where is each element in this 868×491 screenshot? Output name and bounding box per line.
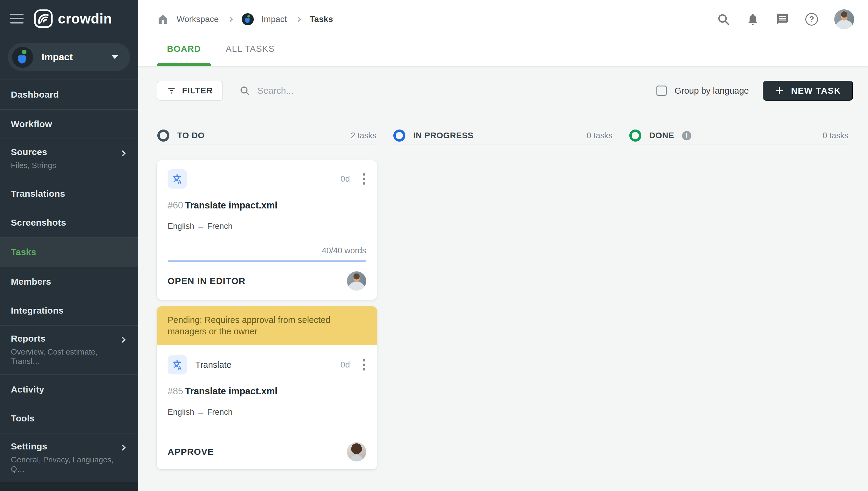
task-id: #85 [168, 386, 183, 397]
kebab-menu-icon[interactable] [362, 172, 366, 186]
search-icon [239, 85, 250, 96]
topbar: Workspace Impact Tasks [138, 0, 868, 66]
crowdin-wordmark: crowdin [58, 10, 112, 27]
group-by-language-checkbox[interactable] [656, 86, 667, 96]
sidebar-item-dashboard[interactable]: Dashboard [0, 80, 138, 109]
sidebar-item-reports-subtitle: Overview, Cost estimate, Transl… [11, 347, 127, 366]
arrow-right-icon: → [194, 222, 207, 231]
tab-board[interactable]: BOARD [157, 38, 211, 66]
svg-text:A: A [177, 365, 181, 371]
sidebar-nav: Dashboard Workflow Sources Files, String… [0, 80, 138, 482]
column-todo-count: 2 tasks [351, 131, 376, 140]
sidebar-item-tasks[interactable]: Tasks [0, 238, 138, 267]
kebab-menu-icon[interactable] [362, 357, 366, 372]
board: FILTER Group by language NEW TASK TO DO [138, 66, 868, 491]
tabs: BOARD ALL TASKS [157, 38, 854, 66]
plus-icon [775, 86, 784, 95]
sidebar-item-sources[interactable]: Sources Files, Strings [0, 139, 138, 179]
new-task-button[interactable]: NEW TASK [763, 81, 853, 100]
status-ring-in-progress-icon [393, 129, 405, 142]
hamburger-menu-icon[interactable] [10, 14, 24, 24]
language-from: English [168, 408, 194, 416]
home-icon[interactable] [157, 13, 169, 25]
task-card-85[interactable]: Pending: Requires approval from selected… [157, 306, 377, 469]
filter-button[interactable]: FILTER [157, 81, 223, 100]
assignee-avatar[interactable] [347, 271, 366, 291]
task-title: #85Translate impact.xml [168, 386, 366, 397]
column-in-progress: IN PROGRESS 0 tasks [393, 129, 613, 469]
sidebar-item-reports[interactable]: Reports Overview, Cost estimate, Transl… [0, 326, 138, 374]
language-from: English [168, 222, 194, 231]
breadcrumb-project[interactable]: Impact [261, 15, 287, 24]
column-in-progress-name: IN PROGRESS [413, 131, 474, 140]
sidebar-item-tools[interactable]: Tools [0, 404, 138, 433]
translate-task-icon: A [168, 355, 187, 374]
board-columns: TO DO 2 tasks [157, 129, 853, 469]
approve-button[interactable]: APPROVE [168, 447, 214, 457]
column-in-progress-count: 0 tasks [587, 131, 612, 140]
sidebar-item-integrations[interactable]: Integrations [0, 296, 138, 325]
column-done-name: DONE [649, 131, 674, 140]
group-by-language-toggle[interactable]: Group by language [656, 86, 749, 96]
card-footer: APPROVE [168, 434, 366, 461]
sidebar-item-members[interactable]: Members [0, 267, 138, 296]
filter-button-label: FILTER [182, 86, 213, 95]
task-id: #60 [168, 200, 183, 210]
tab-all-tasks[interactable]: ALL TASKS [216, 38, 285, 66]
column-todo-cards: A 0d #60Translate impact.xml [157, 160, 377, 469]
caret-down-icon [112, 55, 118, 59]
sidebar-item-settings[interactable]: Settings General, Privacy, Languages, Q… [0, 433, 138, 482]
task-card-60[interactable]: A 0d #60Translate impact.xml [157, 160, 377, 300]
task-type-label: Translate [195, 360, 231, 370]
translate-task-icon: A [168, 169, 187, 189]
card-header: A Translate 0d [168, 355, 366, 374]
user-avatar[interactable] [834, 9, 854, 29]
status-ring-todo-icon [157, 129, 169, 142]
assignee-avatar[interactable] [347, 442, 366, 461]
topbar-icons: ? [717, 9, 854, 29]
column-done-count: 0 tasks [822, 131, 848, 140]
breadcrumb-project-icon [242, 13, 254, 25]
column-done: DONE i 0 tasks [629, 129, 849, 469]
search-icon[interactable] [717, 13, 730, 26]
group-by-language-label: Group by language [674, 86, 749, 96]
breadcrumb-workspace[interactable]: Workspace [177, 15, 219, 24]
column-in-progress-header: IN PROGRESS 0 tasks [393, 129, 613, 145]
project-selector[interactable]: Impact [8, 43, 130, 71]
task-duration: 0d [341, 360, 350, 370]
breadcrumb: Workspace Impact Tasks [157, 13, 717, 25]
task-duration: 0d [341, 174, 350, 184]
arrow-right-icon: → [194, 408, 207, 416]
search-box [239, 85, 656, 96]
help-icon[interactable]: ? [805, 13, 818, 26]
notifications-bell-icon[interactable] [746, 13, 759, 26]
column-todo-header: TO DO 2 tasks [157, 129, 377, 145]
card-header: A 0d [168, 169, 366, 189]
board-toolbar: FILTER Group by language NEW TASK [157, 81, 853, 100]
info-icon[interactable]: i [682, 131, 691, 140]
sidebar-header: crowdin [0, 0, 138, 37]
sidebar-item-settings-subtitle: General, Privacy, Languages, Q… [11, 455, 127, 474]
column-todo: TO DO 2 tasks [157, 129, 377, 469]
sidebar-item-workflow[interactable]: Workflow [0, 110, 138, 139]
chevron-right-icon [296, 17, 301, 22]
status-ring-done-icon [629, 129, 641, 142]
project-name: Impact [41, 52, 112, 63]
messages-icon[interactable] [776, 13, 789, 26]
crowdin-logo: crowdin [34, 9, 112, 28]
card-footer: OPEN IN EDITOR [168, 271, 366, 291]
new-task-button-label: NEW TASK [791, 86, 841, 96]
project-impact-icon [12, 47, 33, 68]
task-progress-bar [168, 260, 366, 262]
sidebar-bottom-strip [0, 482, 138, 491]
task-languages: English→French [168, 222, 366, 231]
sidebar-item-translations[interactable]: Translations [0, 179, 138, 208]
svg-text:A: A [177, 179, 181, 185]
task-word-count: 40/40 words [168, 246, 366, 255]
search-input[interactable] [257, 86, 468, 96]
sidebar-item-screenshots[interactable]: Screenshots [0, 208, 138, 237]
task-title: #60Translate impact.xml [168, 200, 366, 211]
sidebar-item-activity[interactable]: Activity [0, 375, 138, 404]
open-in-editor-button[interactable]: OPEN IN EDITOR [168, 276, 245, 286]
pending-approval-banner: Pending: Requires approval from selected… [157, 306, 377, 345]
